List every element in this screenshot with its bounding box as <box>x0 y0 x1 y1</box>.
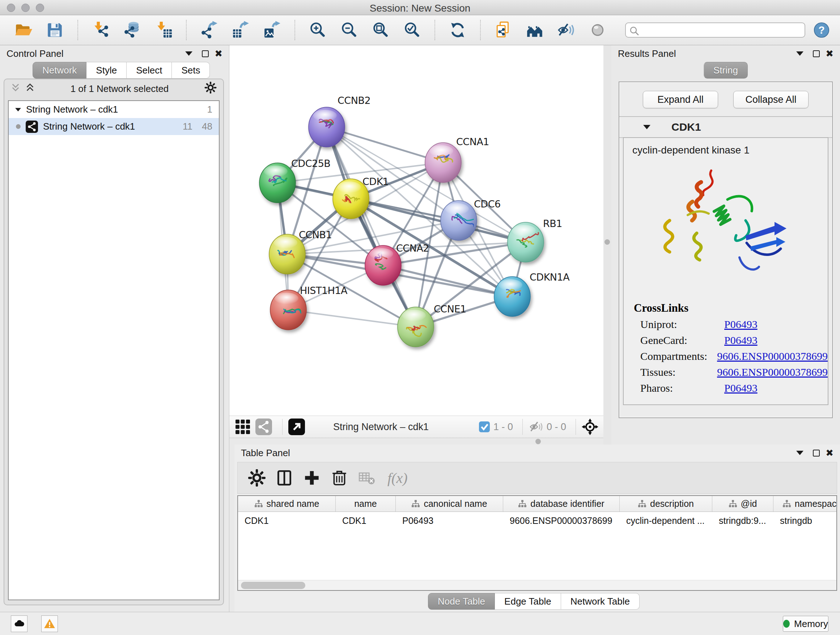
network-edge-CCNB2-CCNE1[interactable] <box>327 127 416 327</box>
network-node-CCNB2[interactable] <box>309 107 345 147</box>
export-network-icon[interactable] <box>200 21 218 39</box>
network-node-CDC6[interactable] <box>441 201 477 241</box>
network-view-canvas[interactable]: CCNB2CCNA1CDC25BCDK1CDC6RB1CCNB1CCNA2CDK… <box>229 45 603 416</box>
results-panel: Results Panel ✖ String Expand All Collap… <box>611 45 840 445</box>
tab-style[interactable]: Style <box>87 62 126 79</box>
float-panel-icon[interactable] <box>813 450 820 456</box>
current-network-name: String Network – cdk1 <box>333 421 429 432</box>
collection-expand-icon[interactable] <box>15 108 21 111</box>
pan-target-icon[interactable] <box>582 418 598 435</box>
import-network-database-icon[interactable] <box>123 21 141 39</box>
column-header-namespac[interactable]: namespac <box>774 496 837 511</box>
function-builder-icon-disabled[interactable]: f(x) <box>387 470 408 486</box>
table-cell[interactable]: P06493 <box>396 512 503 529</box>
save-session-icon[interactable] <box>46 21 64 39</box>
collapse-all-button[interactable]: Collapse All <box>733 91 808 108</box>
network-collection-row[interactable]: String Network – cdk1 1 <box>9 101 219 118</box>
show-columns-icon[interactable] <box>275 469 294 487</box>
cloud-status-button[interactable] <box>11 616 27 632</box>
open-session-icon[interactable] <box>14 21 33 39</box>
network-node-CCNA2[interactable] <box>365 245 401 285</box>
zoom-fit-icon[interactable] <box>371 21 390 39</box>
table-options-gear-icon[interactable] <box>248 469 266 487</box>
memory-button[interactable]: Memory <box>783 616 829 632</box>
search-input[interactable] <box>642 23 802 37</box>
close-panel-icon[interactable]: ✖ <box>215 49 223 58</box>
tab-select[interactable]: Select <box>126 62 172 79</box>
zoom-out-icon[interactable] <box>340 21 358 39</box>
crosslink-link[interactable]: 9606.ENSP00000378699 <box>717 366 828 378</box>
expand-all-networks-icon[interactable] <box>25 83 35 95</box>
table-cell[interactable]: stringdb <box>774 512 837 529</box>
birds-eye-view-icon[interactable] <box>288 418 305 435</box>
table-horizontal-scrollbar[interactable] <box>238 580 836 590</box>
panel-divider-vertical[interactable] <box>603 45 611 445</box>
delete-table-icon-disabled[interactable] <box>358 469 376 487</box>
refresh-view-icon[interactable] <box>448 21 467 39</box>
panel-divider-horizontal[interactable] <box>229 438 603 445</box>
grid-view-icon[interactable] <box>234 418 251 435</box>
hide-selected-icon[interactable] <box>557 21 575 39</box>
crosslink-link[interactable]: P06493 <box>724 382 758 394</box>
crosslink-link[interactable]: P06493 <box>724 318 758 331</box>
column-header-name[interactable]: name <box>336 496 396 511</box>
help-icon[interactable]: ? <box>813 22 830 38</box>
crosslink-link[interactable]: 9606.ENSP00000378699 <box>717 350 828 363</box>
duplicate-network-icon[interactable] <box>494 21 512 39</box>
float-panel-icon[interactable] <box>202 50 209 57</box>
create-column-icon[interactable] <box>303 469 321 487</box>
column-header--id[interactable]: @id <box>712 496 774 511</box>
close-panel-icon[interactable]: ✖ <box>826 49 834 58</box>
table-cell[interactable]: 9606.ENSP00000378699 <box>503 512 620 529</box>
import-network-file-icon[interactable] <box>92 21 110 39</box>
selected-checkbox-icon[interactable] <box>479 421 490 432</box>
warnings-button[interactable] <box>41 616 58 632</box>
gene-section-header[interactable]: CDK1 <box>619 117 832 138</box>
table-cell[interactable]: cyclin-dependent ... <box>620 512 712 529</box>
toolbar-separator <box>480 20 481 40</box>
import-table-file-icon[interactable] <box>155 21 172 39</box>
node-label-CCNA1: CCNA1 <box>456 136 489 147</box>
panel-menu-icon[interactable] <box>185 51 193 56</box>
show-all-icon[interactable] <box>589 21 607 39</box>
network-node-RB1[interactable] <box>508 222 544 262</box>
column-header-database-identifier[interactable]: database identifier <box>503 496 620 511</box>
network-node-CDKN1A[interactable] <box>494 277 531 317</box>
tab-edge-table[interactable]: Edge Table <box>495 593 561 610</box>
zoom-in-icon[interactable] <box>309 21 327 39</box>
string-style-icon[interactable] <box>256 418 272 435</box>
export-table-icon[interactable] <box>232 21 249 39</box>
zoom-selected-icon[interactable] <box>403 21 421 39</box>
node-label-HIST1H1A: HIST1H1A <box>300 285 347 296</box>
float-panel-icon[interactable] <box>813 50 820 57</box>
first-neighbors-icon[interactable] <box>526 21 544 39</box>
table-cell[interactable]: CDK1 <box>336 512 396 529</box>
column-header-canonical-name[interactable]: canonical name <box>396 496 503 511</box>
collapse-all-networks-icon[interactable] <box>11 83 20 95</box>
network-row[interactable]: String Network – cdk1 11 48 <box>9 118 219 135</box>
collapse-gene-icon[interactable] <box>643 125 651 129</box>
table-cell[interactable]: stringdb:9... <box>712 512 774 529</box>
hidden-eye-icon[interactable] <box>529 420 543 434</box>
network-node-CDC25B[interactable] <box>259 163 295 203</box>
column-header-description[interactable]: description <box>620 496 712 511</box>
tab-string[interactable]: String <box>704 62 748 79</box>
table-cell[interactable]: CDK1 <box>238 512 336 529</box>
tab-node-table[interactable]: Node Table <box>428 593 495 610</box>
network-options-gear-icon[interactable] <box>204 81 217 96</box>
expand-all-button[interactable]: Expand All <box>643 91 718 108</box>
scrollbar-thumb[interactable] <box>241 582 305 589</box>
network-node-CCNA1[interactable] <box>425 143 461 182</box>
column-header-shared-name[interactable]: shared name <box>238 496 336 511</box>
tab-network[interactable]: Network <box>33 62 87 79</box>
panel-menu-icon[interactable] <box>796 451 804 455</box>
delete-column-icon[interactable] <box>330 469 348 487</box>
network-node-CCNE1[interactable] <box>398 307 434 347</box>
tab-network-table[interactable]: Network Table <box>561 593 639 610</box>
tab-sets[interactable]: Sets <box>172 62 210 79</box>
crosslink-link[interactable]: P06493 <box>724 334 758 347</box>
network-edge-CCNE1-HIST1H1A[interactable] <box>288 310 416 327</box>
close-panel-icon[interactable]: ✖ <box>826 448 834 458</box>
panel-menu-icon[interactable] <box>796 51 804 56</box>
export-image-icon[interactable] <box>263 21 281 39</box>
